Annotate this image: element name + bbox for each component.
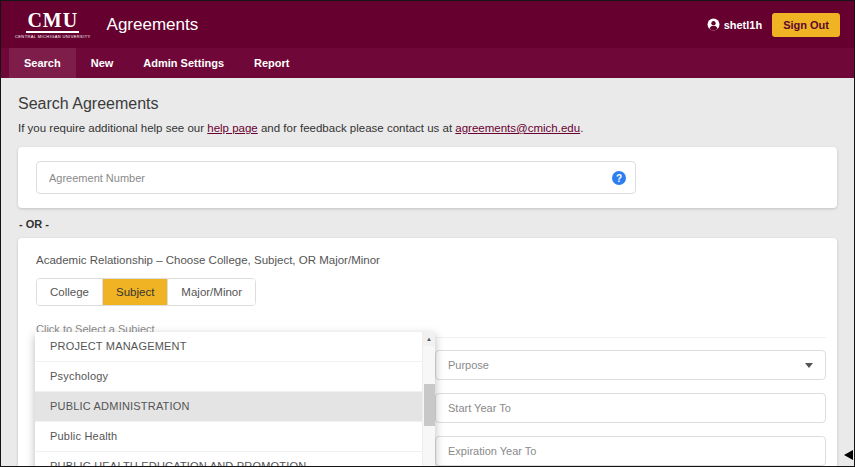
tab-college[interactable]: College (37, 279, 103, 305)
help-page-link[interactable]: help page (207, 122, 258, 134)
username: shetl1h (724, 19, 763, 31)
subject-option[interactable]: PUBLIC HEALTH EDUCATION AND PROMOTION (35, 452, 422, 467)
academic-tab-group: College Subject Major/Minor (36, 278, 256, 306)
filters-divider (435, 337, 826, 338)
app-title: Agreements (107, 15, 199, 35)
subject-option[interactable]: PROJECT MANAGEMENT (35, 332, 422, 362)
academic-relationship-card: Academic Relationship – Choose College, … (18, 238, 837, 467)
tab-major-minor[interactable]: Major/Minor (168, 279, 255, 305)
expiration-year-to-input[interactable] (435, 436, 826, 466)
scroll-up-arrow-icon[interactable]: ▲ (423, 332, 435, 346)
sign-out-button[interactable]: Sign Out (772, 13, 840, 37)
help-text-middle: and for feedback please contact us at (258, 122, 456, 134)
cmu-logo-acronym: CMU (26, 11, 79, 33)
page-title: Search Agreements (18, 95, 837, 113)
academic-relationship-label: Academic Relationship – Choose College, … (36, 254, 819, 266)
cmu-logo[interactable]: CMU CENTRAL MICHIGAN UNIVERSITY (15, 11, 91, 39)
chevron-down-icon (805, 363, 813, 368)
subject-option-list: PROJECT MANAGEMENT Psychology PUBLIC ADM… (35, 332, 422, 467)
subject-option[interactable]: Public Health (35, 422, 422, 452)
page-content: Search Agreements If you require additio… (1, 95, 854, 467)
app-window: CMU CENTRAL MICHIGAN UNIVERSITY Agreemen… (0, 0, 855, 467)
scrollbar-thumb[interactable] (424, 384, 435, 426)
purpose-select-placeholder: Purpose (448, 359, 489, 371)
app-header: CMU CENTRAL MICHIGAN UNIVERSITY Agreemen… (1, 1, 854, 48)
nav-item-search[interactable]: Search (9, 48, 76, 78)
help-text: If you require additional help see our h… (18, 122, 837, 134)
mouse-cursor-artifact (844, 450, 853, 460)
header-right: shetl1h Sign Out (707, 13, 840, 37)
subject-option-highlighted[interactable]: PUBLIC ADMINISTRATION (35, 392, 422, 422)
subject-option[interactable]: Psychology (35, 362, 422, 392)
subject-dropdown-panel: PROJECT MANAGEMENT Psychology PUBLIC ADM… (35, 332, 435, 467)
tab-subject[interactable]: Subject (103, 279, 168, 305)
agreement-number-card: ? (18, 147, 837, 208)
dropdown-scrollbar[interactable]: ▲ (422, 332, 435, 467)
help-text-prefix: If you require additional help see our (18, 122, 207, 134)
contact-email-link[interactable]: agreements@cmich.edu (455, 122, 580, 134)
agreement-number-wrap: ? (36, 161, 636, 194)
nav-item-new[interactable]: New (76, 48, 129, 78)
cmu-logo-subtext: CENTRAL MICHIGAN UNIVERSITY (15, 34, 91, 39)
main-nav: Search New Admin Settings Report (1, 48, 854, 78)
user-chip: shetl1h (707, 18, 763, 31)
agreement-number-input[interactable] (36, 161, 636, 194)
purpose-select[interactable]: Purpose (435, 350, 826, 380)
filters-column: Purpose (435, 337, 826, 466)
user-icon (707, 18, 720, 31)
or-divider: - OR - (19, 218, 837, 230)
help-text-suffix: . (580, 122, 583, 134)
nav-item-admin-settings[interactable]: Admin Settings (128, 48, 239, 78)
start-year-to-input[interactable] (435, 393, 826, 423)
question-mark-icon[interactable]: ? (612, 171, 626, 185)
nav-item-report[interactable]: Report (239, 48, 304, 78)
